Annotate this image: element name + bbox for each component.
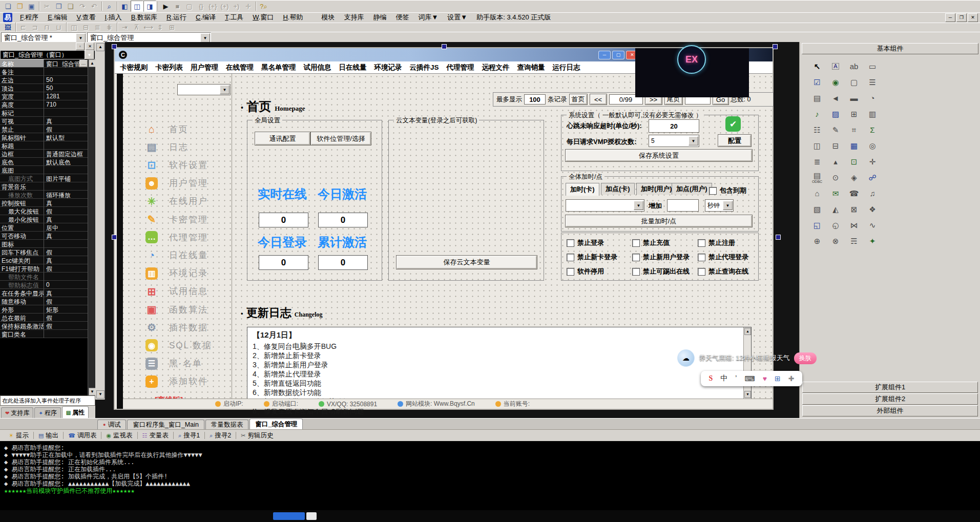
include-expired-checkbox[interactable]: 包含到期 <box>709 186 746 195</box>
property-row[interactable]: 底图方式图片平铺 <box>0 174 88 182</box>
property-row[interactable]: 宽度1281 <box>0 92 88 100</box>
ime-icon-3[interactable]: ⌨ <box>744 374 755 383</box>
component-icon[interactable]: ◔ <box>863 90 882 106</box>
component-icon[interactable]: ▴ <box>826 154 845 170</box>
property-value[interactable]: 默认底色 <box>44 158 88 166</box>
layout-right-icon[interactable]: ◨ <box>143 1 156 12</box>
heartbeat-input[interactable]: 20 <box>649 119 699 133</box>
component-icon[interactable]: ▦ <box>845 138 863 154</box>
component-icon[interactable]: ☰ <box>863 74 882 90</box>
sidebar-item-黑·名单[interactable]: ☰黑·名单 <box>145 358 202 370</box>
property-value[interactable]: 循环播放 <box>44 191 88 199</box>
paste-icon[interactable]: ❑ <box>65 1 76 11</box>
component-icon[interactable]: ∿ <box>863 217 882 233</box>
panel-tab-支持库[interactable]: ❤支持库 <box>1 407 33 418</box>
max-records-input[interactable]: 100 <box>524 94 546 105</box>
menu-V[interactable]: V.查看 <box>72 13 100 22</box>
menu-extra[interactable]: 模块 <box>317 13 339 22</box>
menu-extra[interactable]: 设置▼ <box>443 13 472 22</box>
property-value[interactable] <box>44 109 88 117</box>
menu-extra[interactable]: 便签 <box>391 13 413 22</box>
property-row[interactable]: 最小化按钮真 <box>0 215 88 223</box>
component-icon[interactable]: ⊟ <box>826 138 845 154</box>
scroll-up-icon[interactable]: ▲ <box>96 43 105 51</box>
output-tab-剪辑历史[interactable]: ✂剪辑历史 <box>236 431 278 440</box>
sidebar-item-卡密管理[interactable]: ✎卡密管理 <box>145 213 208 225</box>
property-row[interactable]: 最大化按钮假 <box>0 207 88 215</box>
output-tab-搜寻2[interactable]: ⌕搜寻2 <box>205 431 236 440</box>
property-row[interactable]: 名称窗口_综合管理… <box>0 59 88 68</box>
component-icon[interactable]: ◎ <box>863 138 882 154</box>
component-icon[interactable]: ◈ <box>845 170 863 185</box>
component-icon[interactable]: ♪ <box>808 106 826 122</box>
property-row[interactable]: 帮助文件名 <box>0 273 88 281</box>
checkbox-禁止查询在线[interactable]: 禁止查询在线 <box>698 267 748 276</box>
property-row[interactable]: 边框普通固定边框 <box>0 150 88 158</box>
component-icon[interactable]: A <box>826 58 845 74</box>
checkbox-box[interactable] <box>698 239 705 247</box>
checkbox-box[interactable] <box>567 268 574 276</box>
property-row[interactable]: 控制按钮真 <box>0 199 88 207</box>
software-slot-button[interactable]: 软件位管理/选择 <box>310 132 371 145</box>
property-row[interactable]: 总在最前假 <box>0 314 88 322</box>
editor-tab-常量数据表[interactable]: 常量数据表 <box>205 420 249 429</box>
sidebar-item-插件数据[interactable]: ⚙插件数据 <box>145 321 208 333</box>
form-minimize-button[interactable]: ─ <box>598 51 611 59</box>
component-icon[interactable]: ☑ <box>808 74 826 90</box>
property-value[interactable]: 710 <box>44 100 88 109</box>
property-value[interactable]: 假 <box>44 322 88 330</box>
editor-tab-窗口_综合管理[interactable]: 窗口_综合管理 <box>249 419 303 429</box>
sidebar-item-试用信息[interactable]: ⊞试用信息 <box>145 285 208 298</box>
boost-tab-加时(卡)[interactable]: 加时(卡) <box>566 183 599 196</box>
property-row[interactable]: 鼠标指针默认型 <box>0 133 88 141</box>
component-icon[interactable]: ⋈ <box>845 217 863 233</box>
checkbox-box[interactable] <box>567 254 574 261</box>
batch-boost-button[interactable]: 批量加时/点 <box>565 215 753 227</box>
component-icon[interactable]: ⊗ <box>826 233 845 249</box>
menu-extra[interactable]: 静编 <box>368 13 391 22</box>
menu-F[interactable]: F.程序 <box>15 13 43 22</box>
property-value[interactable]: 假 <box>44 207 88 215</box>
form-tab-卡密列表[interactable]: 卡密列表 <box>155 63 183 72</box>
sidebar-item-用户管理[interactable]: ☻用户管理 <box>145 177 208 190</box>
property-value[interactable]: 假 <box>44 248 88 256</box>
help-search-icon[interactable]: ?⌕ <box>258 1 269 11</box>
layout-left-icon[interactable]: ◧ <box>119 1 131 11</box>
ime-icon-5[interactable]: ⊞ <box>775 374 781 383</box>
save-icon[interactable]: ▣ <box>26 1 37 11</box>
form-tab-环境记录[interactable]: 环境记录 <box>374 63 402 72</box>
form-tab-用户管理[interactable]: 用户管理 <box>191 63 218 72</box>
external-components-button[interactable]: 外部组件 <box>802 405 978 416</box>
component-icon[interactable]: ab <box>845 58 863 74</box>
component-icon[interactable]: Σ <box>863 122 882 138</box>
form-tab-试用信息[interactable]: 试用信息 <box>304 63 331 72</box>
component-icon[interactable]: ⊙ <box>826 170 845 185</box>
property-value[interactable] <box>44 68 88 76</box>
run-icon[interactable]: ▶ <box>160 1 172 11</box>
property-value[interactable] <box>44 141 88 150</box>
vmp-count-combo[interactable]: 5 ▼ <box>649 135 699 147</box>
extended-components-2-button[interactable]: 扩展组件2 <box>802 393 978 405</box>
sidebar-item-日志[interactable]: ▤日志 <box>145 141 189 153</box>
component-icon[interactable]: ▬ <box>845 90 863 106</box>
boost-tab-加时(用户)[interactable]: 加时(用户) <box>636 183 677 195</box>
checkbox-禁止注册[interactable]: 禁止注册 <box>698 238 735 247</box>
designer-vertical-scrollbar[interactable]: ▲ ▼ <box>95 42 105 400</box>
component-icon[interactable]: ◉ <box>826 74 845 90</box>
property-value[interactable]: 真 <box>44 256 88 264</box>
ime-toolbar[interactable]: S中ʼ⌨♥⊞✚ <box>701 371 802 386</box>
property-value[interactable] <box>44 330 88 338</box>
form-tab-远程文件[interactable]: 远程文件 <box>482 63 510 72</box>
property-row[interactable]: 禁止假 <box>0 125 88 133</box>
scroll-down-icon[interactable]: ▼ <box>89 388 96 395</box>
menu-E[interactable]: E.编辑 <box>43 13 72 22</box>
form-tab-代理管理[interactable]: 代理管理 <box>447 63 474 72</box>
property-value[interactable] <box>44 273 88 281</box>
property-row[interactable]: 标记 <box>0 109 88 117</box>
component-icon[interactable]: ⊡ <box>845 154 863 170</box>
window-grid-icon[interactable]: 🖽 <box>2 22 14 32</box>
component-icon[interactable]: ▢ <box>845 74 863 90</box>
component-icon[interactable]: ▤ODBC <box>808 170 826 185</box>
property-row[interactable]: 窗口类名 <box>0 330 88 338</box>
selection-handle[interactable] <box>112 235 117 240</box>
